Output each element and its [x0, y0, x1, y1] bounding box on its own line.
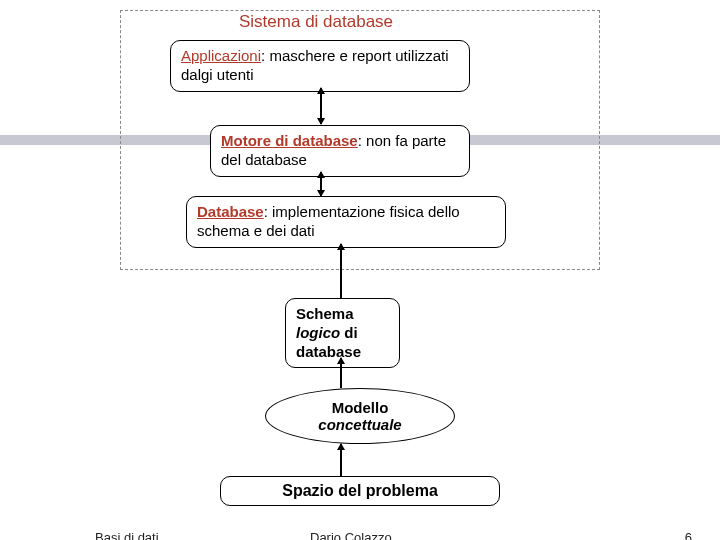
ellipse-model: Modello concettuale — [265, 388, 455, 444]
footer-page-number: 6 — [685, 530, 692, 540]
box-database-title: Database — [197, 203, 264, 220]
arrow-engine-db — [320, 172, 322, 196]
schema-line3: database — [296, 343, 361, 360]
footer-author: Dario Colazzo — [310, 530, 392, 540]
box-problem-space: Spazio del problema — [220, 476, 500, 506]
schema-line2-italic: logico — [296, 324, 340, 341]
box-applications: Applicazioni: maschere e report utilizza… — [170, 40, 470, 92]
arrow-problem-model — [340, 444, 342, 476]
container-title: Sistema di database — [235, 12, 397, 32]
schema-line2-rest: di — [340, 324, 358, 341]
arrow-app-engine — [320, 88, 322, 124]
model-line2: concettuale — [318, 416, 401, 433]
box-engine: Motore di database: non fa parte del dat… — [210, 125, 470, 177]
footer-left: Basi di dati — [95, 530, 159, 540]
schema-line1: Schema — [296, 305, 354, 322]
box-database: Database: implementazione fisica dello s… — [186, 196, 506, 248]
arrow-model-schema — [340, 358, 342, 388]
box-applications-title: Applicazioni — [181, 47, 261, 64]
model-line1: Modello — [332, 399, 389, 416]
arrow-schema-db — [340, 244, 342, 298]
box-engine-title: Motore di database — [221, 132, 358, 149]
